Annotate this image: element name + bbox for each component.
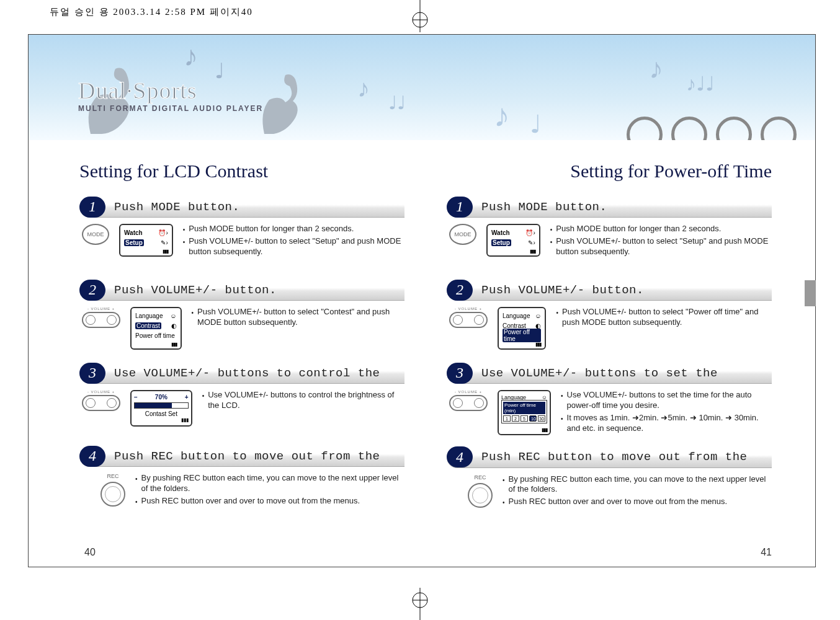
lcd-screen: Language☺ Contrast◐ Power off time ▮▮▮: [498, 307, 546, 350]
step-title: Push MODE button.: [114, 200, 239, 214]
face-icon: ☺: [535, 312, 541, 319]
right-step3-head: 3 Use VOLUME+/- buttons to set the: [447, 363, 772, 384]
lcd-row: Language: [503, 312, 530, 319]
popup-value: 5: [521, 415, 528, 422]
step-number-icon: 1: [79, 197, 105, 218]
lcd-screen: Watch⏰› Setup✎› ▮▮▮: [119, 224, 173, 257]
popup-title: Power off time (min): [503, 402, 545, 414]
bullet-item: Push MODE button for longer than 2 secon…: [550, 224, 772, 234]
rec-button-icon: [101, 482, 125, 507]
volume-rocker-icon: [82, 395, 120, 411]
volume-label: - VOLUME +: [87, 307, 115, 311]
volume-rocker-icon: [449, 312, 488, 328]
bullet-list: Push VOLUME+/- button to select "Contest…: [192, 307, 404, 330]
svg-text:♩♩: ♩♩: [388, 92, 406, 113]
lcd-contrast-bar: −70%+ Contast Set ▮▮▮: [130, 390, 192, 427]
rec-label: REC: [474, 474, 486, 480]
step-number-icon: 2: [447, 280, 473, 301]
step-number-icon: 4: [79, 446, 105, 467]
right-step2-head: 2 Push VOLUME+/- button.: [447, 280, 772, 301]
right-step1-head: 1 Push MODE button.: [447, 197, 772, 218]
page-number-left: 40: [84, 547, 96, 558]
bullet-item: By pushing REC button each time, you can…: [503, 474, 772, 495]
battery-icon: ▮▮▮: [501, 427, 547, 433]
brand-title: Dual·Sports: [78, 77, 197, 104]
svg-text:♪♩♩: ♪♩♩: [686, 73, 715, 95]
contrast-icon: ◐: [171, 322, 177, 329]
bullet-item: Push REC button over and over to move ou…: [503, 497, 772, 507]
brand-subtitle: MULTI FORMAT DIGITAL AUDIO PLAYER: [78, 104, 263, 113]
alarm-icon: ⏰›: [525, 229, 535, 236]
alarm-icon: ⏰›: [158, 229, 168, 236]
mode-button-graphic: MODE: [449, 224, 476, 245]
step-title: Push REC button to move out from the: [481, 450, 747, 464]
step-title: Use VOLUME+/- buttons to set the: [481, 366, 718, 380]
edit-icon: ✎›: [161, 239, 168, 246]
plus-icon: +: [185, 394, 189, 401]
print-header: 듀얼 승인 용 2003.3.14 2:58 PM 페이지40: [50, 6, 253, 18]
mode-button-icon: MODE: [449, 224, 476, 245]
rec-label: REC: [107, 473, 118, 479]
bullet-item: Push REC button over and over to move ou…: [135, 496, 404, 507]
popup-value: 30: [538, 415, 545, 422]
bullet-item: Push VOLUME+/- button to select "Contest…: [192, 307, 404, 328]
lcd-screen: Language☺ Contrast◐ Power off time ▮▮▮: [130, 307, 182, 350]
bullet-item: Use VOLUME+/- buttons to set the time fo…: [561, 390, 772, 411]
bullet-list: Push VOLUME+/- button to select "Power o…: [556, 307, 772, 330]
lcd-row: Contrast: [503, 322, 526, 329]
battery-icon: ▮▮▮: [503, 342, 541, 347]
face-icon: ☺: [170, 312, 176, 319]
right-page: Setting for Power-off Time 1 Push MODE b…: [422, 156, 815, 567]
lcd-row-selected: Setup: [124, 239, 144, 246]
lcd-row: Watch: [491, 229, 510, 236]
right-title: Setting for Power-off Time: [447, 161, 772, 182]
rec-button-graphic: REC: [101, 473, 125, 507]
bullet-list: Use VOLUME+/- buttons to control the bri…: [202, 390, 404, 413]
lcd-row: Language: [135, 312, 163, 319]
bullet-item: Use VOLUME+/- buttons to control the bri…: [202, 390, 404, 411]
battery-icon: ▮▮▮: [491, 249, 535, 254]
bullet-item: By pushing REC button each time, you can…: [135, 473, 404, 494]
banner-circles: [627, 117, 797, 140]
battery-icon: ▮▮▮: [135, 342, 177, 347]
lcd-row: Power off time: [135, 332, 175, 339]
step-number-icon: 1: [447, 197, 473, 218]
volume-label: - VOLUME +: [455, 390, 482, 394]
svg-text:♪: ♪: [649, 52, 663, 84]
rec-button-graphic: REC: [468, 474, 493, 508]
step-number-icon: 3: [447, 363, 473, 384]
bullet-list: Use VOLUME+/- buttons to set the time fo…: [561, 390, 772, 436]
left-step3-head: 3 Use VOLUME+/- buttons to control the: [79, 363, 404, 384]
lcd-bar-label: Contast Set: [134, 410, 189, 417]
left-step2-head: 2 Push VOLUME+/- button.: [79, 280, 404, 301]
bullet-list: Push MODE button for longer than 2 secon…: [183, 224, 404, 259]
step-title: Push VOLUME+/- button.: [114, 283, 277, 297]
edit-icon: ✎›: [528, 239, 535, 246]
lcd-row: Watch: [124, 229, 143, 236]
left-step1-head: 1 Push MODE button.: [79, 197, 404, 218]
bullet-item: It moves as 1min. ➜2min. ➜5min. ➜ 10min.…: [561, 413, 772, 434]
minus-icon: −: [134, 394, 138, 401]
svg-text:♪: ♪: [184, 40, 198, 72]
lcd-row-selected: Contrast: [135, 322, 161, 329]
step-number-icon: 4: [447, 446, 473, 467]
lcd-row-selected: Setup: [491, 239, 511, 246]
bullet-item: Push VOLUME+/- button to select "Setup" …: [183, 236, 404, 257]
step-title: Use VOLUME+/- buttons to control the: [114, 366, 380, 380]
bullet-item: Push MODE button for longer than 2 secon…: [183, 224, 404, 234]
bullet-list: By pushing REC button each time, you can…: [503, 474, 772, 510]
svg-text:♪: ♪: [494, 97, 510, 133]
svg-text:♩: ♩: [215, 59, 225, 82]
step-title: Push VOLUME+/- button.: [481, 283, 644, 297]
banner: ♪ ♩ ♪ ♩♩ ♪ ♩ ♪ ♪♩♩ Dual·Sports MULTI FOR…: [29, 35, 815, 140]
bullet-list: Push MODE button for longer than 2 secon…: [550, 224, 772, 259]
lcd-screen: Watch⏰› Setup✎› ▮▮▮: [486, 224, 540, 257]
step-title: Push MODE button.: [481, 200, 607, 214]
lcd-row-selected: Power off time: [503, 329, 541, 342]
page-number-right: 41: [761, 547, 772, 558]
svg-text:♪: ♪: [357, 74, 370, 102]
volume-label: - VOLUME +: [87, 390, 115, 394]
mode-button-graphic: MODE: [82, 224, 109, 245]
volume-label: - VOLUME +: [455, 307, 482, 311]
left-page: Setting for LCD Contrast 1 Push MODE but…: [29, 156, 422, 567]
